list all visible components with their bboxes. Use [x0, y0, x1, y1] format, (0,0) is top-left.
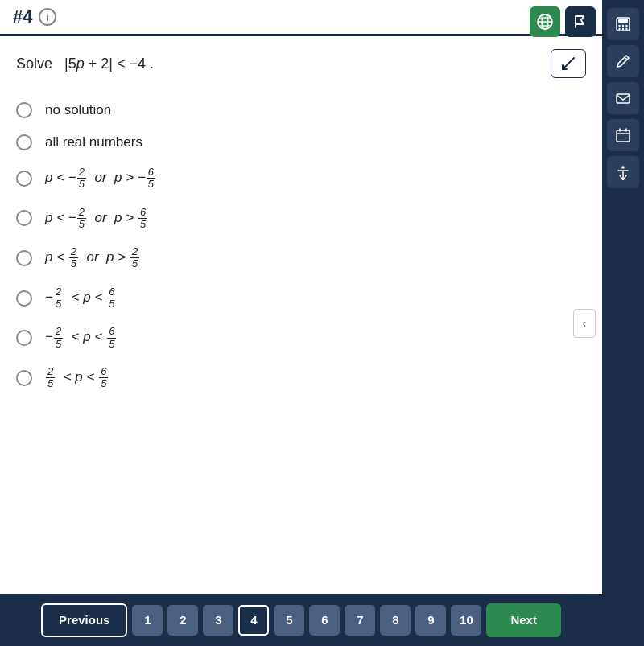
choice-c[interactable]: p < −25 or p > −65	[16, 158, 586, 199]
info-icon[interactable]: i	[39, 8, 56, 26]
svg-line-13	[563, 58, 574, 69]
svg-point-5	[618, 28, 620, 30]
svg-point-4	[625, 25, 627, 27]
radio-g[interactable]	[16, 330, 32, 346]
svg-rect-8	[617, 94, 630, 103]
radio-f[interactable]	[16, 290, 32, 307]
question-text: Solve |5p + 2| < −4 .	[16, 56, 154, 72]
previous-button[interactable]: Previous	[41, 603, 127, 637]
choice-b[interactable]: all real numbers	[16, 126, 586, 158]
header-actions	[530, 6, 596, 37]
main-content: Solve |5p + 2| < −4 . no solution all re…	[0, 36, 602, 411]
svg-point-3	[622, 25, 624, 27]
choice-g[interactable]: −25 < p < 65	[16, 318, 586, 358]
right-sidebar	[602, 0, 644, 646]
next-button[interactable]: Next	[486, 603, 561, 637]
choice-f[interactable]: −25 < p < 65	[16, 278, 586, 319]
radio-d[interactable]	[16, 210, 32, 226]
choice-h[interactable]: 25 < p < 65	[16, 358, 586, 398]
svg-rect-9	[617, 130, 630, 142]
page-8-button[interactable]: 8	[380, 605, 411, 636]
page-7-button[interactable]: 7	[345, 605, 375, 636]
flag-button[interactable]	[565, 6, 596, 37]
header: #4 i	[0, 0, 644, 36]
question-expression: |5p + 2| < −4 .	[64, 56, 154, 72]
choice-b-label: all real numbers	[45, 134, 142, 150]
page-2-button[interactable]: 2	[167, 605, 198, 636]
page-5-button[interactable]: 5	[274, 605, 304, 636]
svg-point-7	[625, 28, 627, 30]
page-4-button[interactable]: 4	[238, 605, 269, 636]
bottom-navigation: Previous 1 2 3 4 5 6 7 8 9 10 Next	[0, 594, 602, 646]
page-3-button[interactable]: 3	[203, 605, 233, 636]
page-1-button[interactable]: 1	[132, 605, 163, 636]
question-prefix: Solve	[16, 56, 60, 72]
choice-e[interactable]: p < 25 or p > 25	[16, 238, 586, 278]
mail-icon-btn[interactable]	[607, 82, 639, 114]
collapse-button[interactable]: ‹	[573, 309, 596, 338]
choice-e-label: p < 25 or p > 25	[45, 246, 140, 270]
svg-point-2	[618, 25, 620, 27]
calendar-icon-btn[interactable]	[607, 119, 639, 151]
answer-choices: no solution all real numbers p < −25 or …	[16, 94, 586, 398]
choice-d-label: p < −25 or p > 65	[45, 207, 148, 231]
svg-point-10	[621, 166, 625, 169]
radio-c[interactable]	[16, 171, 32, 187]
page-6-button[interactable]: 6	[309, 605, 340, 636]
choice-a[interactable]: no solution	[16, 94, 586, 126]
svg-rect-1	[618, 19, 628, 23]
question-line: Solve |5p + 2| < −4 .	[16, 49, 586, 78]
radio-b[interactable]	[16, 134, 32, 150]
choice-d[interactable]: p < −25 or p > 65	[16, 199, 586, 239]
radio-e[interactable]	[16, 250, 32, 266]
svg-point-6	[622, 28, 624, 30]
choice-c-label: p < −25 or p > −65	[45, 167, 156, 191]
collapse-icon: ‹	[583, 317, 587, 330]
pen-icon-btn[interactable]	[607, 45, 639, 77]
choice-a-label: no solution	[45, 102, 111, 118]
page-9-button[interactable]: 9	[415, 605, 446, 636]
radio-a[interactable]	[16, 102, 32, 118]
calculator-icon-btn[interactable]	[607, 8, 639, 40]
scratch-button[interactable]	[551, 49, 586, 78]
question-number: #4	[13, 6, 32, 27]
choice-g-label: −25 < p < 65	[45, 326, 117, 350]
page-10-button[interactable]: 10	[451, 605, 481, 636]
choice-h-label: 25 < p < 65	[45, 366, 109, 390]
globe-button[interactable]	[530, 6, 560, 37]
radio-h[interactable]	[16, 370, 32, 386]
choice-f-label: −25 < p < 65	[45, 286, 117, 311]
accessibility-icon-btn[interactable]	[607, 156, 639, 188]
